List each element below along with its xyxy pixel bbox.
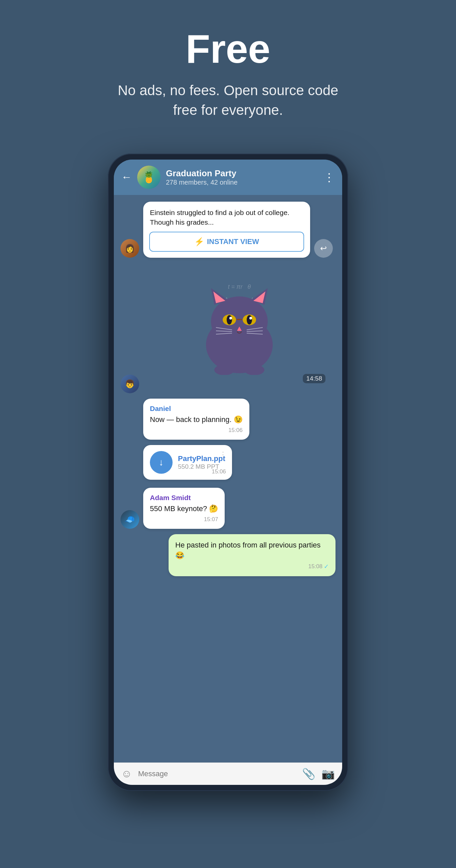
svg-point-9: [247, 315, 252, 324]
camera-button[interactable]: 📷: [322, 768, 335, 780]
message-row: Daniel Now — back to planning. 😉 15:06: [121, 399, 335, 440]
avatar: 🧢: [121, 510, 139, 529]
avatar: 👦: [121, 375, 139, 393]
input-bar: ☺ 📎 📷: [114, 763, 342, 785]
message-input[interactable]: [138, 770, 296, 778]
svg-point-8: [227, 315, 232, 324]
group-avatar: 🍍: [137, 165, 160, 189]
bubble-time: 15:06: [150, 427, 243, 434]
svg-point-11: [249, 317, 252, 319]
svg-point-1: [211, 297, 268, 346]
own-message-row: He pasted in photos from all previous pa…: [121, 534, 335, 576]
lightning-icon: ⚡: [194, 237, 204, 246]
bubble-sender: Daniel: [150, 405, 243, 413]
sticker-time: 14:58: [303, 374, 326, 383]
own-bubble: He pasted in photos from all previous pa…: [169, 534, 335, 576]
hero-title: Free: [111, 27, 345, 71]
iv-card-text: Einstein struggled to find a job out of …: [143, 202, 310, 232]
attach-button[interactable]: 📎: [302, 768, 315, 780]
file-info: PartyPlan.ppt 550.2 MB PPT: [178, 454, 225, 470]
file-menu-icon[interactable]: ⋮: [219, 451, 227, 459]
bubble-text: Now — back to planning. 😉: [150, 415, 243, 425]
bubble-time: 15:07: [150, 516, 218, 523]
svg-point-23: [244, 365, 264, 375]
svg-point-10: [229, 317, 232, 319]
message-row: 🧢 Adam Smidt 550 MB keynote? 🤔 15:07: [121, 488, 335, 529]
bubble: Adam Smidt 550 MB keynote? 🤔 15:07: [143, 488, 225, 529]
hero-section: Free No ads, no fees. Open source code f…: [98, 0, 358, 133]
group-name: Graduation Party: [166, 168, 318, 179]
chat-body: 👩 Einstein struggled to find a job out o…: [114, 195, 342, 763]
bubble-sender: Adam Smidt: [150, 494, 218, 502]
bubble-text: 550 MB keynote? 🤔: [150, 504, 218, 514]
iv-card: Einstein struggled to find a job out of …: [143, 202, 310, 258]
checkmark-icon: ✓: [324, 563, 329, 570]
emoji-button[interactable]: ☺: [121, 768, 132, 780]
cat-sticker: [193, 278, 286, 375]
sticker-row: 👦 t = πr θA = πr² hV = l²P = 2πrA = πr²s…: [121, 263, 335, 393]
share-button[interactable]: ↩: [314, 239, 333, 258]
own-bubble-time: 15:08 ✓: [175, 563, 329, 570]
avatar: 👩: [121, 239, 139, 258]
sticker-container: t = πr θA = πr² hV = l²P = 2πrA = πr²s =…: [143, 263, 335, 390]
phone-outer: ← 🍍 Graduation Party 278 members, 42 onl…: [108, 154, 348, 791]
instant-view-button[interactable]: ⚡ INSTANT VIEW: [149, 232, 304, 252]
file-time: 15:06: [212, 468, 226, 475]
chat-header: ← 🍍 Graduation Party 278 members, 42 onl…: [114, 160, 342, 195]
group-members: 278 members, 42 online: [166, 179, 318, 186]
message-row: 👩 Einstein struggled to find a job out o…: [121, 202, 335, 258]
back-button[interactable]: ←: [121, 171, 132, 183]
share-icon: ↩: [320, 244, 327, 253]
menu-button[interactable]: ⋮: [324, 170, 335, 184]
own-bubble-text: He pasted in photos from all previous pa…: [175, 540, 329, 561]
bubble: Daniel Now — back to planning. 😉 15:06: [143, 399, 249, 440]
file-name: PartyPlan.ppt: [178, 454, 225, 463]
phone-wrapper: ← 🍍 Graduation Party 278 members, 42 onl…: [108, 154, 348, 791]
message-row: ↓ PartyPlan.ppt 550.2 MB PPT ⋮ 15:06: [121, 445, 335, 480]
phone-inner: ← 🍍 Graduation Party 278 members, 42 onl…: [114, 160, 342, 785]
file-download-icon[interactable]: ↓: [150, 451, 173, 474]
svg-point-22: [214, 365, 234, 375]
file-bubble: ↓ PartyPlan.ppt 550.2 MB PPT ⋮ 15:06: [143, 445, 232, 480]
instant-view-label: INSTANT VIEW: [207, 237, 259, 246]
group-info: Graduation Party 278 members, 42 online: [166, 168, 318, 186]
hero-subtitle: No ads, no fees. Open source code free f…: [111, 81, 345, 120]
